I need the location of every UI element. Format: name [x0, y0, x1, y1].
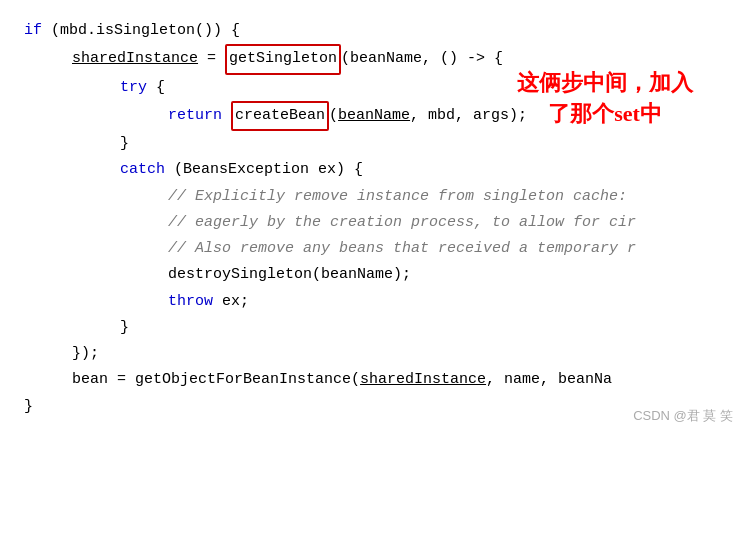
- code-line-15: }: [24, 394, 729, 420]
- code-line-14: bean = getObjectForBeanInstance( sharedI…: [72, 367, 729, 393]
- create-bean-highlight: createBean: [231, 101, 329, 131]
- keyword-if: if: [24, 18, 42, 44]
- shared-instance-label: sharedInstance: [72, 46, 198, 72]
- keyword-try: try: [120, 75, 147, 101]
- code-line-10: destroySingleton(beanName);: [168, 262, 729, 288]
- bean-name-param: beanName: [338, 103, 410, 129]
- annotation-line2: 了那个set中: [548, 101, 662, 126]
- comment-2: // eagerly by the creation process, to a…: [168, 210, 636, 236]
- watermark: CSDN @君 莫 笑: [633, 405, 733, 428]
- keyword-return: return: [168, 103, 222, 129]
- code-line-12: }: [120, 315, 729, 341]
- keyword-throw: throw: [168, 289, 213, 315]
- code-line-13: });: [72, 341, 729, 367]
- keyword-catch: catch: [120, 157, 165, 183]
- comment-1: // Explicitly remove instance from singl…: [168, 184, 627, 210]
- shared-instance-ref: sharedInstance: [360, 367, 486, 393]
- code-line-8: // eagerly by the creation process, to a…: [168, 210, 729, 236]
- code-line-9: // Also remove any beans that received a…: [168, 236, 729, 262]
- code-line-1: if (mbd.isSingleton()) {: [24, 18, 729, 44]
- annotation: 这俩步中间，加入 了那个set中: [517, 68, 693, 130]
- code-block: if (mbd.isSingleton()) { sharedInstance …: [0, 0, 753, 438]
- code-line-7: // Explicitly remove instance from singl…: [168, 184, 729, 210]
- code-line-6: catch (BeansException ex) {: [120, 157, 729, 183]
- code-line-5: }: [120, 131, 729, 157]
- comment-3: // Also remove any beans that received a…: [168, 236, 636, 262]
- code-line-11: throw ex;: [168, 289, 729, 315]
- get-singleton-highlight: getSingleton: [225, 44, 341, 74]
- annotation-line1: 这俩步中间，加入: [517, 70, 693, 95]
